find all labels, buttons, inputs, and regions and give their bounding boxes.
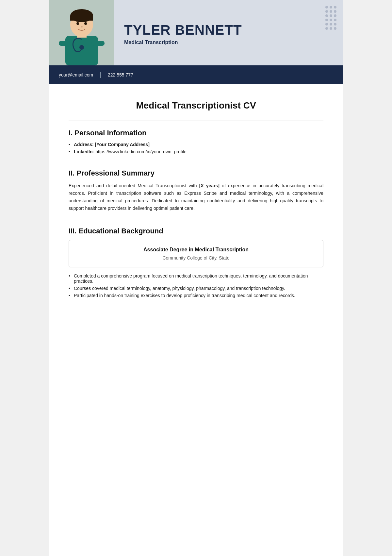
address-label: Address: [74, 142, 95, 147]
dot [334, 19, 336, 21]
svg-point-9 [79, 45, 84, 50]
edu-card-degree: Associate Degree in Medical Transcriptio… [79, 247, 313, 253]
email-text: your@email.com [59, 72, 93, 77]
edu-bullet-1: Completed a comprehensive program focuse… [69, 273, 323, 284]
personal-address-item: Address: [Your Company Address] [69, 142, 323, 147]
educational-background-section: III. Educational Background Associate De… [69, 227, 323, 298]
cv-title: Medical Transcriptionist CV [69, 100, 323, 111]
education-bullets: Completed a comprehensive program focuse… [69, 273, 323, 298]
contact-info: your@email.com | 222 555 777 [59, 71, 133, 78]
education-card: Associate Degree in Medical Transcriptio… [69, 240, 323, 267]
dot [325, 19, 328, 21]
personal-info-section: I. Personal Information Address: [Your C… [69, 129, 323, 154]
edu-card-school: Community College of City, State [79, 255, 313, 261]
dot [334, 23, 336, 25]
svg-point-7 [84, 22, 87, 25]
personal-info-list: Address: [Your Company Address] LinkedIn… [69, 142, 323, 154]
decorative-dots [325, 6, 336, 30]
svg-rect-1 [65, 36, 98, 65]
personal-info-heading: I. Personal Information [69, 129, 323, 137]
main-content: Medical Transcriptionist CV I. Personal … [49, 84, 343, 314]
header-top: TYLER BENNETT Medical Transcription [49, 0, 343, 65]
resume-page: TYLER BENNETT Medical Transcription [49, 0, 343, 556]
divider-2 [69, 161, 323, 161]
edu-bullet-2: Courses covered medical terminology, ana… [69, 286, 323, 291]
personal-linkedin-item: LinkedIn: https://www.linkedin.com/in/yo… [69, 149, 323, 154]
header-name: TYLER BENNETT [124, 23, 333, 38]
header-profession: Medical Transcription [124, 40, 333, 45]
svg-point-8 [81, 26, 83, 27]
linkedin-value: https://www.linkedin.com/in/your_own_pro… [95, 149, 187, 154]
dot [334, 14, 336, 17]
dot [330, 23, 332, 25]
divider-3 [69, 219, 323, 219]
dot [330, 19, 332, 21]
dot [330, 27, 332, 30]
dot [330, 10, 332, 13]
educational-heading: III. Educational Background [69, 227, 323, 235]
years-bold: [X years] [199, 183, 220, 188]
phone-text: 222 555 777 [108, 72, 133, 77]
dot [334, 6, 336, 8]
edu-bullet-3: Participated in hands-on training exerci… [69, 293, 323, 298]
svg-rect-5 [70, 16, 93, 21]
dot [325, 6, 328, 8]
dot [334, 10, 336, 13]
separator: | [100, 71, 101, 78]
professional-summary-section: II. Professional Summary Experienced and… [69, 169, 323, 212]
header-info: TYLER BENNETT Medical Transcription [114, 0, 343, 65]
svg-point-6 [76, 22, 79, 25]
dot [330, 14, 332, 17]
dot [330, 6, 332, 8]
divider-1 [69, 121, 323, 121]
dot [334, 27, 336, 30]
address-value: [Your Company Address] [95, 142, 150, 147]
professional-summary-text: Experienced and detail-oriented Medical … [69, 182, 323, 212]
header-contact-bar: your@email.com | 222 555 777 [49, 65, 343, 84]
dot [325, 23, 328, 25]
professional-summary-heading: II. Professional Summary [69, 169, 323, 177]
dot [325, 14, 328, 17]
linkedin-label: LinkedIn: [74, 149, 95, 154]
profile-photo [49, 0, 114, 65]
svg-rect-11 [91, 41, 105, 46]
svg-rect-10 [59, 41, 72, 46]
dot [325, 10, 328, 13]
dot [325, 27, 328, 30]
